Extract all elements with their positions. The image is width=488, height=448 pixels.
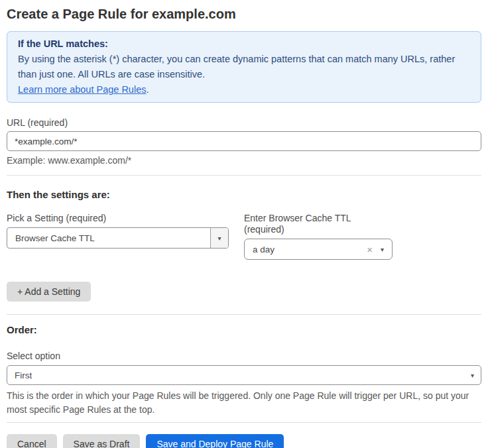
chevron-down-icon[interactable]: ▾ (464, 372, 481, 379)
url-match-info-callout: If the URL matches: By using the asteris… (7, 31, 481, 103)
chevron-down-icon[interactable]: ▾ (210, 228, 228, 248)
order-helper-text: This is the order in which your Page Rul… (7, 389, 481, 417)
add-setting-button[interactable]: + Add a Setting (7, 282, 91, 302)
setting-picker-select[interactable]: Browser Cache TTL ▾ (7, 227, 229, 249)
save-and-deploy-button[interactable]: Save and Deploy Page Rule (146, 434, 284, 448)
url-input[interactable] (7, 131, 481, 151)
ttl-picker-column: Enter Browser Cache TTL (required) a day… (244, 213, 393, 260)
footer-actions: Cancel Save as Draft Save and Deploy Pag… (7, 434, 481, 448)
create-page-rule-form: Create a Page Rule for example.com If th… (0, 5, 488, 448)
order-select-value: First (7, 370, 464, 380)
learn-more-link[interactable]: Learn more about Page Rules (18, 84, 146, 95)
info-callout-body: By using the asterisk (*) character, you… (18, 52, 470, 82)
order-select[interactable]: First ▾ (7, 365, 481, 385)
link-suffix: . (146, 84, 149, 95)
order-select-label: Select option (7, 351, 481, 362)
clear-icon[interactable]: × (364, 239, 375, 259)
divider (7, 314, 481, 315)
url-example-helper: Example: www.example.com/* (7, 155, 481, 166)
order-section-heading: Order: (7, 324, 481, 336)
setting-picker-label: Pick a Setting (required) (7, 213, 229, 224)
settings-section-heading: Then the settings are: (7, 189, 481, 201)
chevron-down-icon[interactable]: ▾ (375, 239, 392, 259)
setting-picker-column: Pick a Setting (required) Browser Cache … (7, 213, 229, 260)
save-as-draft-button[interactable]: Save as Draft (63, 434, 141, 448)
cancel-button[interactable]: Cancel (7, 434, 57, 448)
ttl-picker-label: Enter Browser Cache TTL (required) (244, 213, 393, 235)
page-title: Create a Page Rule for example.com (7, 5, 481, 23)
info-callout-link-line: Learn more about Page Rules. (18, 82, 470, 97)
ttl-picker-select[interactable]: a day × ▾ (244, 239, 393, 260)
divider (7, 175, 481, 176)
setting-picker-value: Browser Cache TTL (7, 228, 210, 248)
url-field-label: URL (required) (7, 117, 481, 129)
ttl-picker-value: a day (245, 239, 364, 259)
divider (7, 422, 481, 423)
info-callout-heading: If the URL matches: (18, 36, 470, 52)
settings-row: Pick a Setting (required) Browser Cache … (7, 213, 481, 260)
